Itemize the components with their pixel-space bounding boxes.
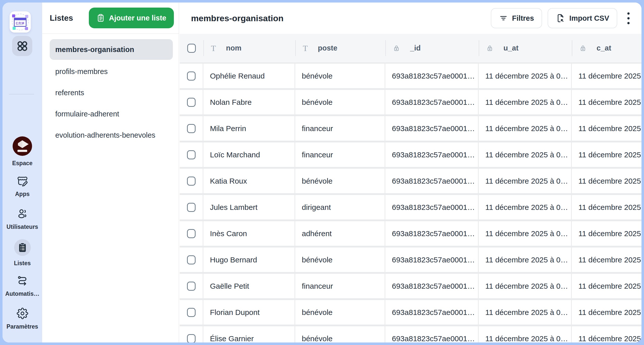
cell-poste[interactable]: bénévole	[295, 64, 385, 88]
row-checkbox[interactable]	[187, 98, 196, 107]
cell-poste[interactable]: financeur	[295, 116, 385, 141]
column-header-u-at[interactable]: u_at	[479, 34, 572, 62]
cell-u-at[interactable]: 11 décembre 2025 à 0…	[479, 195, 572, 219]
cell-nom[interactable]: Hugo Bernard	[203, 248, 295, 272]
cell-id[interactable]: 693a81823c57ae0001…	[385, 326, 479, 342]
cell-c-at[interactable]: 11 décembre 2025 à 0	[572, 195, 641, 219]
cell-c-at[interactable]: 11 décembre 2025 à 0	[572, 90, 641, 114]
list-item-formulaire-adherent[interactable]: formulaire-adherent	[50, 103, 173, 125]
cell-poste[interactable]: financeur	[295, 274, 385, 298]
cell-u-at[interactable]: 11 décembre 2025 à 0…	[479, 90, 572, 114]
more-options-button[interactable]	[623, 8, 634, 28]
row-select-cell[interactable]	[180, 116, 203, 141]
cell-poste[interactable]: bénévole	[295, 90, 385, 114]
cell-poste[interactable]: bénévole	[295, 248, 385, 272]
app-logo[interactable]: CRM	[10, 11, 31, 33]
column-header-poste[interactable]: T poste	[295, 34, 385, 62]
cell-id[interactable]: 693a81823c57ae0001…	[385, 90, 479, 114]
cell-nom[interactable]: Nolan Fabre	[203, 90, 295, 114]
import-csv-button[interactable]: Import CSV	[548, 8, 617, 28]
row-checkbox[interactable]	[187, 124, 196, 133]
cell-c-at[interactable]: 11 décembre 2025 à 0	[572, 274, 641, 298]
cell-poste[interactable]: bénévole	[295, 326, 385, 342]
cell-c-at[interactable]: 11 décembre 2025 à 0	[572, 169, 641, 193]
row-select-cell[interactable]	[180, 90, 203, 114]
row-select-cell[interactable]	[180, 195, 203, 219]
row-checkbox[interactable]	[187, 71, 196, 81]
cell-nom[interactable]: Élise Garnier	[203, 326, 295, 342]
select-all-checkbox[interactable]	[187, 44, 196, 53]
cell-id[interactable]: 693a81823c57ae0001…	[385, 274, 479, 298]
row-select-cell[interactable]	[180, 274, 203, 298]
row-checkbox[interactable]	[187, 229, 196, 238]
cell-nom[interactable]: Florian Dupont	[203, 300, 295, 325]
sidebar-item-utilisateurs[interactable]: Utilisateurs	[3, 208, 42, 230]
cell-c-at[interactable]: 11 décembre 2025 à 0	[572, 116, 641, 141]
sidebar-item-apps[interactable]: Apps	[3, 175, 42, 198]
sidebar-item-espace[interactable]: Espace	[3, 136, 42, 167]
cell-c-at[interactable]: 11 décembre 2025 à 0	[572, 248, 641, 272]
row-checkbox[interactable]	[187, 255, 196, 264]
cell-poste[interactable]: bénévole	[295, 169, 385, 193]
row-checkbox[interactable]	[187, 282, 196, 291]
row-select-cell[interactable]	[180, 142, 203, 167]
row-select-cell[interactable]	[180, 248, 203, 272]
cell-id[interactable]: 693a81823c57ae0001…	[385, 248, 479, 272]
cell-c-at[interactable]: 11 décembre 2025 à 0	[572, 326, 641, 342]
filters-button[interactable]: Filtres	[491, 8, 542, 28]
list-item-membres-organisation[interactable]: membres-organisation	[50, 39, 173, 60]
row-select-cell[interactable]	[180, 300, 203, 325]
sidebar-item-parametres[interactable]: Paramètres	[3, 308, 42, 330]
cell-id[interactable]: 693a81823c57ae0001…	[385, 169, 479, 193]
cell-nom[interactable]: Jules Lambert	[203, 195, 295, 219]
cell-id[interactable]: 693a81823c57ae0001…	[385, 142, 479, 167]
grid-menu-button[interactable]	[12, 36, 32, 56]
row-checkbox[interactable]	[187, 177, 196, 186]
row-checkbox[interactable]	[187, 203, 196, 212]
cell-poste[interactable]: adhérent	[295, 221, 385, 246]
list-item-referents[interactable]: referents	[50, 82, 173, 103]
cell-id[interactable]: 693a81823c57ae0001…	[385, 221, 479, 246]
cell-nom[interactable]: Gaëlle Petit	[203, 274, 295, 298]
row-select-cell[interactable]	[180, 64, 203, 88]
cell-u-at[interactable]: 11 décembre 2025 à 0…	[479, 326, 572, 342]
cell-u-at[interactable]: 11 décembre 2025 à 0…	[479, 300, 572, 325]
column-header-c-at[interactable]: c_at	[572, 34, 641, 62]
cell-nom[interactable]: Inès Caron	[203, 221, 295, 246]
cell-c-at[interactable]: 11 décembre 2025 à 0	[572, 64, 641, 88]
column-header-nom[interactable]: T nom	[203, 34, 295, 62]
cell-id[interactable]: 693a81823c57ae0001…	[385, 116, 479, 141]
cell-u-at[interactable]: 11 décembre 2025 à 0…	[479, 221, 572, 246]
cell-nom[interactable]: Katia Roux	[203, 169, 295, 193]
cell-id[interactable]: 693a81823c57ae0001…	[385, 64, 479, 88]
cell-poste[interactable]: dirigeant	[295, 195, 385, 219]
column-header-id[interactable]: _id	[385, 34, 479, 62]
cell-poste[interactable]: bénévole	[295, 300, 385, 325]
row-select-cell[interactable]	[180, 169, 203, 193]
sidebar-item-listes[interactable]: Listes	[3, 239, 42, 267]
cell-nom[interactable]: Ophélie Renaud	[203, 64, 295, 88]
cell-c-at[interactable]: 11 décembre 2025 à 0	[572, 221, 641, 246]
cell-u-at[interactable]: 11 décembre 2025 à 0…	[479, 169, 572, 193]
row-checkbox[interactable]	[187, 150, 196, 159]
list-item-profils-membres[interactable]: profils-membres	[50, 61, 173, 82]
cell-u-at[interactable]: 11 décembre 2025 à 0…	[479, 64, 572, 88]
cell-u-at[interactable]: 11 décembre 2025 à 0…	[479, 274, 572, 298]
row-select-cell[interactable]	[180, 326, 203, 342]
cell-c-at[interactable]: 11 décembre 2025 à 0	[572, 300, 641, 325]
cell-poste[interactable]: financeur	[295, 142, 385, 167]
cell-u-at[interactable]: 11 décembre 2025 à 0…	[479, 116, 572, 141]
row-checkbox[interactable]	[187, 308, 196, 317]
row-checkbox[interactable]	[187, 334, 196, 343]
cell-id[interactable]: 693a81823c57ae0001…	[385, 195, 479, 219]
cell-nom[interactable]: Mila Perrin	[203, 116, 295, 141]
cell-c-at[interactable]: 11 décembre 2025 à 0	[572, 142, 641, 167]
cell-u-at[interactable]: 11 décembre 2025 à 0…	[479, 142, 572, 167]
cell-id[interactable]: 693a81823c57ae0001…	[385, 300, 479, 325]
header-select-cell[interactable]	[180, 34, 203, 62]
cell-u-at[interactable]: 11 décembre 2025 à 0…	[479, 248, 572, 272]
row-select-cell[interactable]	[180, 221, 203, 246]
add-list-button[interactable]: Ajouter une liste	[89, 8, 174, 28]
sidebar-item-automatisations[interactable]: Automatis…	[3, 275, 42, 297]
cell-nom[interactable]: Loïc Marchand	[203, 142, 295, 167]
